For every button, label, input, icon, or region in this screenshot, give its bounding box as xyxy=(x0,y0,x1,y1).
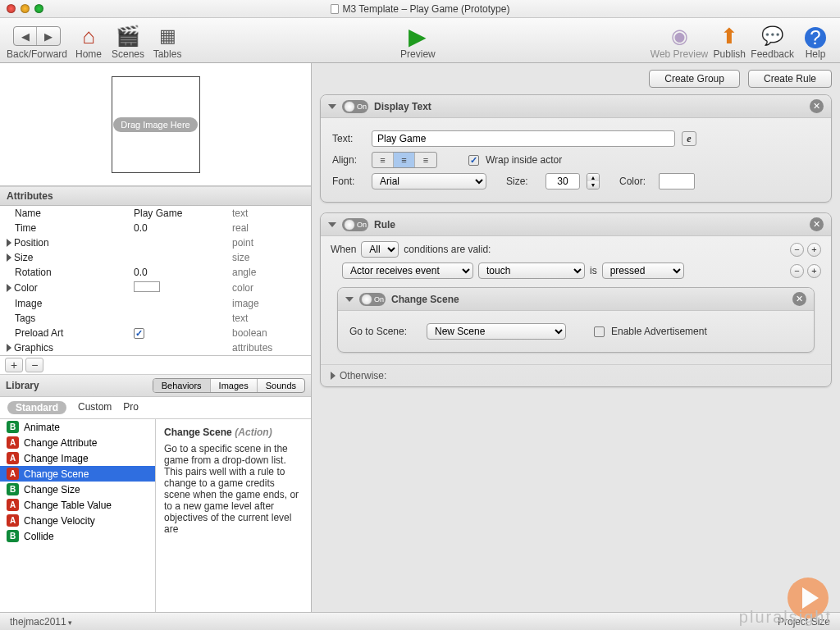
drop-placeholder-label: Drag Image Here xyxy=(113,117,197,132)
close-icon[interactable]: ✕ xyxy=(810,99,824,113)
image-drop-well[interactable]: Drag Image Here xyxy=(112,76,200,173)
behavior-title: Change Scene xyxy=(391,294,459,305)
condition-state-select[interactable]: pressed xyxy=(602,262,684,279)
tables-icon: ▦ xyxy=(159,24,176,48)
library-filter[interactable]: Standard xyxy=(7,401,66,414)
conditions-tail: conditions are valid: xyxy=(404,244,491,255)
display-text-input[interactable] xyxy=(372,130,675,147)
enable-ad-label: Enable Advertisement xyxy=(611,326,707,337)
toolbar-scenes[interactable]: 🎬 Scenes xyxy=(110,21,146,60)
font-label: Font: xyxy=(332,176,365,187)
library-item[interactable]: BChange Size xyxy=(0,482,155,497)
toolbar-help-label: Help xyxy=(806,48,826,60)
status-bar: thejmac2011 Project Size xyxy=(0,612,840,630)
library-filter[interactable]: Custom xyxy=(78,401,112,414)
attribute-row[interactable]: Positionpoint xyxy=(0,235,311,250)
attribute-row[interactable]: Imageimage xyxy=(0,296,311,311)
library-filter-tabs[interactable]: StandardCustomPro xyxy=(0,397,311,419)
library-tab[interactable]: Sounds xyxy=(258,379,304,392)
rule-otherwise[interactable]: Otherwise: xyxy=(321,364,831,386)
library-item[interactable]: AChange Image xyxy=(0,450,155,466)
remove-condition-button[interactable]: − xyxy=(790,243,804,257)
add-condition-row-button[interactable]: + xyxy=(807,264,821,278)
attribute-row[interactable]: Graphicsattributes xyxy=(0,340,311,355)
chevron-right-icon xyxy=(331,372,336,380)
attribute-row[interactable]: NamePlay Gametext xyxy=(0,206,311,221)
condition-event-select[interactable]: touch xyxy=(478,262,585,279)
size-input[interactable] xyxy=(546,173,580,189)
align-center-icon[interactable]: ≡ xyxy=(394,153,415,167)
remove-attribute-button[interactable]: − xyxy=(25,358,43,372)
forward-button[interactable]: ▶ xyxy=(37,27,60,45)
goto-scene-select[interactable]: New Scene xyxy=(427,323,566,340)
wrap-checkbox[interactable]: ✓ xyxy=(468,155,479,166)
library-tab[interactable]: Images xyxy=(211,379,258,392)
remove-condition-row-button[interactable]: − xyxy=(790,264,804,278)
close-icon[interactable]: ✕ xyxy=(792,292,806,306)
library-item[interactable]: BCollide xyxy=(0,528,155,544)
add-attribute-button[interactable]: + xyxy=(5,358,23,372)
enable-ad-checkbox[interactable]: ✓ xyxy=(594,326,605,337)
library-item[interactable]: BAnimate xyxy=(0,419,155,435)
quantifier-select[interactable]: All xyxy=(361,241,399,258)
disclosure-icon[interactable] xyxy=(328,222,336,227)
library-list[interactable]: BAnimateAChange AttributeAChange ImageAC… xyxy=(0,419,156,612)
library-item[interactable]: AChange Table Value xyxy=(0,497,155,513)
library-tab[interactable]: Behaviors xyxy=(153,379,211,392)
color-label: Color: xyxy=(619,176,652,187)
behavior-toggle[interactable]: On xyxy=(359,293,386,306)
toolbar-web-preview[interactable]: ◉ Web Preview xyxy=(651,21,708,60)
expression-editor-icon[interactable]: e xyxy=(682,131,696,146)
help-icon: ? xyxy=(805,27,826,48)
left-panel: Drag Image Here Attributes NamePlay Game… xyxy=(0,63,312,612)
toolbar-tables-label: Tables xyxy=(153,48,182,60)
play-icon: ▶ xyxy=(409,24,427,48)
toolbar-help[interactable]: ? Help xyxy=(797,21,833,60)
disclosure-icon[interactable] xyxy=(345,297,354,302)
library-item[interactable]: AChange Scene xyxy=(0,466,155,482)
main-toolbar: ◀▶ Back/Forward ⌂ Home 🎬 Scenes ▦ Tables… xyxy=(0,18,840,63)
library-type-tabs[interactable]: BehaviorsImagesSounds xyxy=(153,378,305,393)
library-filter[interactable]: Pro xyxy=(123,401,139,414)
attributes-add-remove: + − xyxy=(0,355,311,374)
attribute-row[interactable]: Colorcolor xyxy=(0,280,311,296)
library-item[interactable]: AChange Attribute xyxy=(0,435,155,450)
library-description: Change Scene (Action) Go to a specific s… xyxy=(156,419,311,612)
attribute-row[interactable]: Sizesize xyxy=(0,250,311,265)
window-title: M3 Template – Play Game (Prototype) xyxy=(0,3,840,15)
create-rule-button[interactable]: Create Rule xyxy=(748,70,832,88)
attribute-row[interactable]: Preload Art✓boolean xyxy=(0,326,311,340)
toolbar-home[interactable]: ⌂ Home xyxy=(71,21,107,60)
back-button[interactable]: ◀ xyxy=(14,27,37,45)
size-stepper[interactable]: ▲▼ xyxy=(587,173,600,189)
toolbar-feedback-label: Feedback xyxy=(751,48,794,60)
toolbar-feedback[interactable]: 💬 Feedback xyxy=(751,21,794,60)
toolbar-tables[interactable]: ▦ Tables xyxy=(149,21,185,60)
toolbar-back-forward[interactable]: ◀▶ Back/Forward xyxy=(7,21,67,60)
library-item[interactable]: AChange Velocity xyxy=(0,513,155,528)
attribute-row[interactable]: Tagstext xyxy=(0,311,311,326)
behavior-rule: On Rule ✕ When All conditions are valid:… xyxy=(320,212,832,387)
toolbar-publish[interactable]: ⬆ Publish xyxy=(711,21,747,60)
actor-preview: Drag Image Here xyxy=(0,63,311,186)
disclosure-icon[interactable] xyxy=(328,104,336,109)
user-menu[interactable]: thejmac2011 xyxy=(10,616,72,628)
create-group-button[interactable]: Create Group xyxy=(649,70,740,88)
home-icon: ⌂ xyxy=(82,24,95,48)
toolbar-preview[interactable]: ▶ Preview xyxy=(399,21,436,60)
attribute-row[interactable]: Rotation0.0angle xyxy=(0,265,311,280)
color-well[interactable] xyxy=(659,173,695,189)
close-icon[interactable]: ✕ xyxy=(810,217,824,231)
wrap-label: Wrap inside actor xyxy=(486,154,562,166)
toolbar-web-preview-label: Web Preview xyxy=(651,48,708,60)
attribute-row[interactable]: Time0.0real xyxy=(0,221,311,235)
add-condition-button[interactable]: + xyxy=(807,243,821,257)
condition-subject-select[interactable]: Actor receives event xyxy=(342,262,473,279)
align-right-icon[interactable]: ≡ xyxy=(415,153,436,167)
behavior-toggle[interactable]: On xyxy=(342,100,368,113)
align-segmented[interactable]: ≡ ≡ ≡ xyxy=(372,152,437,168)
font-select[interactable]: Arial xyxy=(372,173,486,189)
align-left-icon[interactable]: ≡ xyxy=(372,153,394,167)
when-label: When xyxy=(331,244,356,255)
behavior-toggle[interactable]: On xyxy=(342,218,368,231)
